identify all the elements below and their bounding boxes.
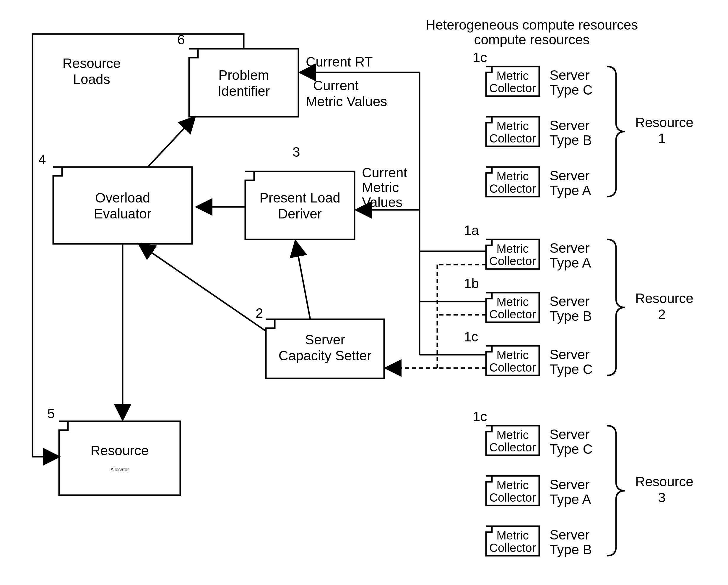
brace-resource-1 [607,67,625,197]
current-metric-values-label-2: Current [362,165,408,180]
svg-text:3: 3 [658,490,666,505]
svg-text:Metric: Metric [497,69,529,82]
svg-text:Problem: Problem [218,68,269,83]
svg-text:Resource: Resource [91,443,149,458]
title: Heterogeneous compute resources [426,17,638,32]
serverset-to-present-arrow [295,241,310,319]
svg-text:Type B: Type B [550,308,592,324]
svg-text:Type A: Type A [550,183,591,198]
problem-identifier-box: Problem Identifier [189,49,298,117]
svg-text:Collector: Collector [489,361,536,374]
svg-text:Resource: Resource [635,290,694,306]
num-3: 3 [292,144,300,160]
svg-text:Metric Values: Metric Values [306,94,387,109]
svg-text:Server: Server [550,477,590,492]
resource-1-group: 1c Metric Collector Server Type C Metric… [473,50,694,198]
svg-text:Metric: Metric [497,479,529,491]
svg-text:Metric: Metric [497,349,529,361]
svg-text:Collector: Collector [489,541,536,554]
metric-collector-r3-b: Metric Collector Server Type B [486,526,592,557]
svg-text:1c: 1c [473,50,487,65]
svg-text:Capacity Setter: Capacity Setter [279,348,371,363]
svg-text:Server: Server [550,240,590,256]
svg-text:Collector: Collector [489,82,536,95]
num-5: 5 [47,406,55,421]
svg-text:Metric: Metric [497,120,529,132]
svg-text:1b: 1b [464,276,479,291]
svg-text:Identifier: Identifier [218,83,270,99]
current-metric-values-label-1: Current [313,78,359,93]
server-capacity-setter-box: Server Capacity Setter [266,319,384,378]
diagram-canvas: Heterogeneous compute resources compute … [0,0,728,585]
svg-text:Resource: Resource [635,474,694,489]
svg-text:Server: Server [550,168,590,183]
metric-collector-r1-a: Metric Collector Server Type A [486,167,591,198]
metric-collector-r3-c: Metric Collector Server Type C [486,426,593,457]
svg-text:Loads: Loads [73,72,110,87]
svg-text:Collector: Collector [489,132,536,145]
svg-text:1: 1 [658,131,666,146]
svg-text:Collector: Collector [489,308,536,321]
svg-text:Type A: Type A [550,491,591,507]
svg-text:Type A: Type A [550,255,591,271]
svg-text:Overload: Overload [95,190,150,205]
overload-evaluator-box: Overload Evaluator [53,167,192,244]
svg-text:Type C: Type C [550,82,593,98]
metric-collector-r2-c: Metric Collector Server Type C [486,346,593,377]
brace-resource-3 [607,426,625,556]
serverset-to-overload-arrow [139,244,266,331]
svg-text:Server: Server [550,427,590,442]
svg-text:Metric: Metric [497,295,529,308]
svg-text:Collector: Collector [489,491,536,504]
overload-to-problem-arrow [148,117,195,167]
svg-text:Values: Values [362,195,402,210]
svg-text:Metric: Metric [362,180,399,195]
svg-text:Type B: Type B [550,132,592,148]
svg-text:Deriver: Deriver [278,206,322,222]
resource-3-group: 1c Metric Collector Server Type C Metric… [473,409,694,557]
brace-resource-2 [607,239,625,375]
svg-text:Metric: Metric [497,428,529,441]
svg-text:1c: 1c [464,329,478,345]
resource-allocator-box: Resource Allocator [59,421,180,495]
svg-text:Collector: Collector [489,441,536,454]
svg-text:Resource: Resource [635,115,694,130]
svg-text:Allocator: Allocator [110,467,129,472]
metric-collector-r2-a: Metric Collector Server Type A [486,239,591,271]
svg-text:Server: Server [550,527,590,542]
svg-text:Metric: Metric [497,242,529,255]
svg-text:Type B: Type B [550,542,592,557]
svg-text:Server: Server [550,294,590,309]
svg-text:Server: Server [305,332,345,347]
current-rt-label: Current RT [306,54,373,70]
metric-collector-r1-b: Metric Collector Server Type B [486,117,592,148]
svg-text:compute resources: compute resources [474,32,590,47]
svg-text:Type C: Type C [550,361,593,377]
resource-2-group: 1a Metric Collector Server Type A 1b Met… [464,223,694,377]
svg-text:1c: 1c [473,409,487,424]
svg-text:Evaluator: Evaluator [94,206,151,222]
svg-text:2: 2 [658,307,666,322]
svg-text:Collector: Collector [489,255,536,268]
svg-text:Type C: Type C [550,441,593,457]
present-load-deriver-box: Present Load Deriver [245,172,355,239]
svg-text:Metric: Metric [497,170,529,183]
num-4: 4 [38,152,46,167]
svg-text:Server: Server [550,68,590,83]
svg-text:Server: Server [550,118,590,133]
svg-text:Collector: Collector [489,182,536,195]
metric-collector-r2-b: Metric Collector Server Type B [486,292,592,324]
svg-text:Metric: Metric [497,529,529,542]
metric-collector-r1-c: Metric Collector Server Type C [486,67,593,98]
resource-loads-label: Resource [63,56,121,71]
metric-collector-r3-a: Metric Collector Server Type A [486,476,591,507]
svg-text:Present Load: Present Load [259,190,340,205]
svg-text:1a: 1a [464,223,479,238]
svg-text:Server: Server [550,347,590,362]
num-2: 2 [256,305,263,321]
